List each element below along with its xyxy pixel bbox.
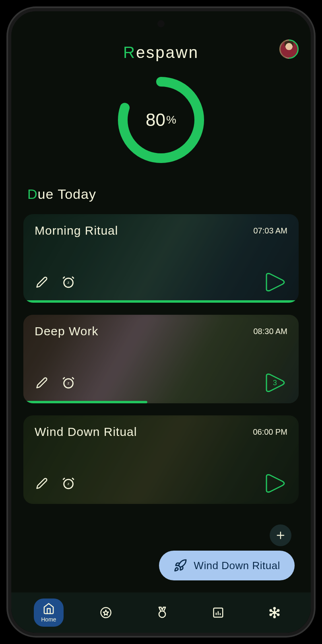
- snooze-button[interactable]: z: [61, 275, 76, 289]
- bottom-nav: Home: [11, 592, 311, 633]
- card-progress-bar: [23, 300, 299, 303]
- nav-network[interactable]: [261, 602, 288, 623]
- card-header: Deep Work 08:30 AM: [35, 324, 287, 338]
- phone-frame: Respawn 80% Due Today: [8, 8, 314, 636]
- card-time: 08:30 AM: [253, 327, 287, 336]
- nav-star[interactable]: [93, 603, 119, 623]
- card-title: Wind Down Ritual: [35, 425, 137, 439]
- progress-ring: 80%: [115, 74, 207, 166]
- pencil-icon: [36, 477, 48, 489]
- svg-point-7: [101, 608, 111, 618]
- edit-button[interactable]: [35, 476, 49, 491]
- app-title: Respawn: [123, 43, 199, 62]
- card-actions: z: [35, 476, 76, 491]
- header: Respawn: [23, 43, 299, 62]
- section-title-first-letter: D: [27, 186, 38, 202]
- pencil-icon: [36, 377, 48, 389]
- ritual-card[interactable]: Deep Work 08:30 AM z: [23, 315, 299, 403]
- pencil-icon: [36, 276, 48, 288]
- card-footer: z 3: [35, 372, 287, 394]
- nav-chart[interactable]: [205, 603, 231, 623]
- quick-launch-pill[interactable]: Wind Down Ritual: [159, 551, 295, 580]
- app-title-rest: espawn: [136, 43, 199, 61]
- medal-icon: [156, 606, 169, 619]
- card-title: Deep Work: [35, 324, 99, 338]
- nav-home[interactable]: Home: [34, 599, 63, 627]
- avatar[interactable]: [275, 35, 303, 63]
- snooze-button[interactable]: z: [61, 476, 76, 491]
- star-circle-icon: [100, 607, 112, 619]
- plus-icon: [275, 530, 286, 541]
- play-icon: [262, 271, 287, 293]
- avatar-image: [281, 41, 297, 58]
- svg-text:z: z: [68, 481, 70, 486]
- svg-point-9: [159, 611, 165, 617]
- edit-button[interactable]: [35, 275, 49, 289]
- play-badge: 3: [262, 372, 287, 394]
- add-button[interactable]: [270, 524, 291, 546]
- svg-text:z: z: [68, 381, 70, 385]
- pill-label: Wind Down Ritual: [194, 559, 280, 572]
- snooze-icon: z: [62, 275, 75, 289]
- svg-text:z: z: [68, 280, 70, 285]
- card-title: Morning Ritual: [35, 224, 118, 237]
- section-title: Due Today: [27, 186, 299, 202]
- camera-notch: [157, 20, 165, 27]
- snooze-icon: z: [62, 376, 75, 390]
- card-header: Morning Ritual 07:03 AM: [35, 224, 287, 237]
- chart-icon: [212, 607, 224, 619]
- play-button[interactable]: 3: [262, 372, 287, 394]
- card-time: 07:03 AM: [253, 226, 287, 235]
- play-button[interactable]: [262, 271, 287, 293]
- play-button[interactable]: [262, 473, 287, 494]
- rocket-icon: [173, 559, 187, 572]
- card-progress-bar: [23, 401, 147, 403]
- edit-button[interactable]: [35, 376, 49, 390]
- snooze-button[interactable]: z: [61, 376, 76, 390]
- progress-suffix: %: [166, 114, 176, 126]
- screen: Respawn 80% Due Today: [11, 11, 311, 633]
- card-footer: z: [35, 473, 287, 494]
- home-icon: [43, 603, 55, 615]
- progress-ring-container: 80%: [23, 74, 299, 166]
- play-icon: [262, 473, 287, 494]
- svg-marker-8: [103, 610, 109, 615]
- nav-label: Home: [41, 616, 56, 623]
- card-header: Wind Down Ritual 06:00 PM: [35, 425, 287, 439]
- ritual-card[interactable]: Wind Down Ritual 06:00 PM z: [23, 415, 299, 504]
- section-title-rest: ue Today: [38, 186, 96, 202]
- card-actions: z: [35, 376, 76, 390]
- card-time: 06:00 PM: [253, 427, 287, 437]
- progress-number: 80: [146, 110, 165, 130]
- progress-value: 80%: [115, 74, 207, 166]
- snooze-icon: z: [62, 477, 75, 490]
- ritual-card[interactable]: Morning Ritual 07:03 AM z: [23, 214, 299, 303]
- app-title-first-letter: R: [123, 43, 136, 61]
- card-actions: z: [35, 275, 76, 289]
- network-icon: [268, 606, 281, 619]
- card-footer: z: [35, 271, 287, 293]
- nav-medal[interactable]: [149, 602, 176, 623]
